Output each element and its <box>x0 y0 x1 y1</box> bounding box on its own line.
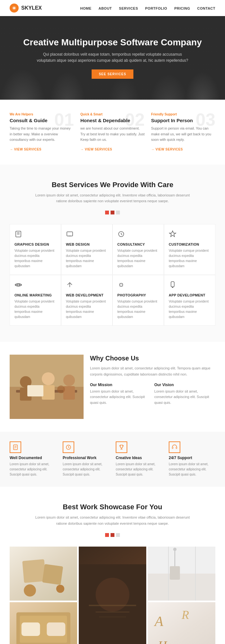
svg-rect-38 <box>22 559 46 583</box>
service-desc-3: Voluptate cumque provident ducimus exped… <box>117 248 159 269</box>
feat-title-2: Professional Work <box>63 456 109 460</box>
vision-desc: Lorem ipsum dolor sit amet, consectetur … <box>154 389 215 406</box>
nav-link-pricing[interactable]: PRICING <box>174 6 190 10</box>
feature-title: Consult & Guide <box>10 118 74 123</box>
portfolio-dot-1 <box>105 533 109 537</box>
feature-link[interactable]: VIEW SERVICES <box>151 148 183 151</box>
feat-title-1: Well Documented <box>10 456 56 460</box>
service-desc-4: Voluptate cumque provident ducimus exped… <box>169 248 211 269</box>
svg-text:O: O <box>192 641 201 644</box>
svg-text:R: R <box>181 608 189 621</box>
portfolio-grid: Bookmarksgrove Right At BRANDING, DESIGN… <box>10 547 215 644</box>
service-card-8: APP DEVELOPMENT Voluptate cumque provide… <box>164 275 215 326</box>
hero-section: Creative Multipurpose Software Company Q… <box>0 16 225 100</box>
service-name-7: PHOTOGRAPHY <box>117 293 159 297</box>
portfolio-img-6: A R H O <box>148 602 215 644</box>
service-desc-7: Voluptate cumque provident ducimus exped… <box>117 299 159 320</box>
svg-rect-24 <box>63 386 75 400</box>
why-mission: Our Mission Lorem ipsum dolor sit amet, … <box>90 383 151 406</box>
feature-title: Honest & Dependable <box>80 118 145 123</box>
why-desc: Lorem ipsum dolor sit amet, consectetur … <box>90 365 215 377</box>
svg-rect-48 <box>148 574 215 601</box>
dot-2 <box>111 211 114 214</box>
nav-link-services[interactable]: SERVICES <box>119 6 138 10</box>
feature-item-1: We Are Helpers 01 Consult & Guide Taking… <box>10 113 74 152</box>
mission-title: Our Mission <box>90 383 151 387</box>
portfolio-dot-2 <box>111 533 114 537</box>
svg-rect-53 <box>170 566 180 579</box>
why-illustration <box>10 355 84 419</box>
feature-link[interactable]: VIEW SERVICES <box>80 148 112 151</box>
svg-rect-25 <box>27 385 43 396</box>
nav-link-about[interactable]: ABOUT <box>98 6 112 10</box>
hero-subtitle: Qui placeat doloribus velit eaque totam,… <box>35 51 190 64</box>
portfolio-item-featured[interactable]: Bookmarksgrove Right At BRANDING, DESIGN… <box>79 547 146 644</box>
feature-title: Support In Person <box>151 118 215 123</box>
feat-item-1: Well Documented Lorem ipsum dolor sit am… <box>10 441 56 477</box>
service-name-3: CONSULTANCY <box>117 242 159 246</box>
nav-link-contact[interactable]: CONTACT <box>197 6 215 10</box>
service-name-4: CUSTOMIZATION <box>169 242 211 246</box>
portfolio-img-4 <box>10 602 77 644</box>
svg-text:A: A <box>154 613 164 629</box>
svg-text:H: H <box>158 639 167 644</box>
logo-text: SKYLEX <box>21 5 42 11</box>
nav-link-portfolio[interactable]: PORTFOLIO <box>145 6 167 10</box>
service-card-2: WEB DESIGN Voluptate cumque provident du… <box>61 224 113 275</box>
service-icon-1 <box>14 230 24 240</box>
why-image <box>10 355 84 419</box>
hero-cta-button[interactable]: SEE SERVICES <box>92 69 133 79</box>
why-columns: Our Mission Lorem ipsum dolor sit amet, … <box>90 383 215 406</box>
services-grid: GRAPHICS DESIGN Voluptate cumque provide… <box>10 224 215 326</box>
portfolio-item-6[interactable]: A R H O <box>148 602 215 644</box>
service-card-4: CUSTOMIZATION Voluptate cumque provident… <box>164 224 215 275</box>
service-desc-2: Voluptate cumque provident ducimus exped… <box>66 248 108 269</box>
service-card-6: WEB DEVELOPMENT Voluptate cumque provide… <box>61 275 113 326</box>
portfolio-title: Best Work Showcase For You <box>10 503 215 511</box>
service-icon-8 <box>169 281 178 291</box>
service-icon-2 <box>66 230 76 240</box>
nav-link-home[interactable]: HOME <box>80 6 91 10</box>
svg-line-33 <box>68 447 69 448</box>
portfolio-item-3[interactable] <box>148 547 215 601</box>
svg-point-26 <box>57 385 65 393</box>
feat-icon-trophy <box>116 441 127 453</box>
service-icon-4 <box>169 230 178 240</box>
portfolio-item-1[interactable] <box>10 547 77 601</box>
navbar: SKYLEX HOMEABOUTSERVICESPORTFOLIOPRICING… <box>0 0 225 16</box>
service-icon-6 <box>66 281 76 291</box>
portfolio-img-featured <box>79 547 146 644</box>
service-desc-5: Voluptate cumque provident ducimus exped… <box>14 299 56 320</box>
portfolio-section: Best Work Showcase For You Lorem ipsum d… <box>0 487 225 644</box>
svg-line-8 <box>121 234 122 235</box>
why-content: Why Choose Us Lorem ipsum dolor sit amet… <box>90 355 215 405</box>
services-dots <box>10 211 215 214</box>
portfolio-item-4[interactable] <box>10 602 77 644</box>
portfolio-img-1 <box>10 547 77 601</box>
svg-rect-39 <box>42 564 63 585</box>
svg-rect-14 <box>171 282 174 287</box>
service-desc-8: Voluptate cumque provident ducimus exped… <box>169 299 211 320</box>
logo-icon <box>10 4 19 13</box>
why-section: Why Choose Us Lorem ipsum dolor sit amet… <box>0 342 225 432</box>
service-card-5: ONLINE MARKETING Voluptate cumque provid… <box>10 275 61 326</box>
svg-rect-49 <box>168 547 169 601</box>
feat-item-4: 24/7 Support Lorem ipsum dolor sit amet,… <box>169 441 215 477</box>
logo[interactable]: SKYLEX <box>10 4 42 13</box>
feat-desc-4: Lorem ipsum dolor sit amet, consectetur … <box>169 462 215 477</box>
service-card-1: GRAPHICS DESIGN Voluptate cumque provide… <box>10 224 61 275</box>
vision-title: Our Vision <box>154 383 215 387</box>
feat-desc-2: Lorem ipsum dolor sit amet, consectetur … <box>63 462 109 477</box>
feat-icon-doc <box>10 441 21 453</box>
service-card-7: PHOTOGRAPHY Voluptate cumque provident d… <box>113 275 164 326</box>
service-name-1: GRAPHICS DESIGN <box>14 242 56 246</box>
svg-rect-44 <box>89 605 136 606</box>
svg-rect-22 <box>42 385 55 400</box>
portfolio-dots <box>10 533 215 537</box>
portfolio-dot-3 <box>116 533 120 537</box>
service-icon-7 <box>117 281 127 291</box>
services-section: Best Services We Provide With Care Lorem… <box>0 165 225 342</box>
hero-content: Creative Multipurpose Software Company Q… <box>10 37 214 79</box>
feature-link[interactable]: VIEW SERVICES <box>10 148 41 151</box>
service-icon-3 <box>117 230 127 240</box>
